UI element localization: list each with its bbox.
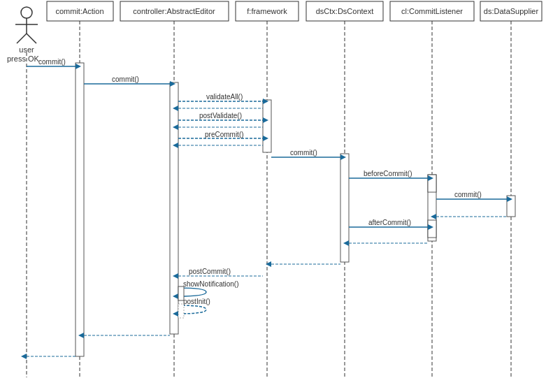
msg-post-init: postInit() bbox=[183, 298, 210, 305]
actor-framework-label: f:framework bbox=[247, 7, 287, 15]
msg-before-commit: beforeCommit() bbox=[364, 170, 412, 177]
svg-line-3 bbox=[17, 34, 27, 43]
msg-cl-ds-commit: commit() bbox=[454, 191, 482, 198]
actor-dsctx-label: dsCtx:DsContext bbox=[316, 7, 374, 15]
msg-show-notification: showNotification() bbox=[183, 280, 238, 288]
svg-marker-65 bbox=[21, 354, 27, 359]
msg-commitaction-controller: commit() bbox=[112, 75, 139, 83]
msg-validate-all: validateAll() bbox=[206, 93, 243, 101]
actor-ds-label: ds:DataSupplier bbox=[484, 7, 539, 15]
msg-framework-dsctx-commit: commit() bbox=[290, 149, 317, 157]
svg-point-0 bbox=[21, 7, 32, 18]
sequence-diagram: user commit:Action controller:AbstractEd… bbox=[0, 0, 546, 392]
msg-after-commit: afterCommit() bbox=[368, 219, 411, 226]
svg-line-4 bbox=[27, 34, 36, 43]
diagram-svg: user commit:Action controller:AbstractEd… bbox=[0, 0, 546, 392]
msg-post-commit: postCommit() bbox=[189, 268, 231, 275]
svg-marker-55 bbox=[266, 261, 271, 267]
actor-cl-label: cl:CommitListener bbox=[401, 7, 463, 15]
msg-post-validate: postValidate() bbox=[199, 112, 242, 119]
svg-rect-60 bbox=[178, 286, 184, 300]
actor-commitaction-label: commit:Action bbox=[55, 7, 103, 15]
msg-pre-commit: preCommit() bbox=[205, 131, 244, 138]
svg-rect-18 bbox=[76, 63, 84, 356]
svg-rect-20 bbox=[263, 100, 271, 152]
press-ok-label: press OK bbox=[7, 55, 40, 63]
msg-user-commitaction: commit() bbox=[38, 58, 66, 66]
svg-rect-61 bbox=[178, 304, 184, 318]
svg-rect-21 bbox=[340, 154, 349, 262]
actor-controller-label: controller:AbstractEditor bbox=[133, 7, 215, 15]
